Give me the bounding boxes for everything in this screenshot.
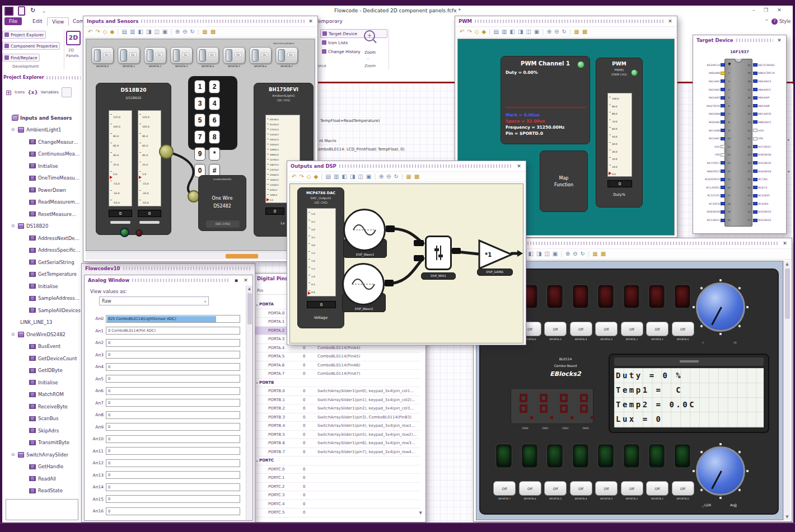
digital-pin-row[interactable]: PORTA.7 0 ComboBL0114(PinA7) xyxy=(255,370,420,379)
toolbar-icon[interactable]: ▣ xyxy=(162,29,167,35)
digital-pin-row[interactable]: PORTB.3 0 SwitchArraySlider1(pin3), Comb… xyxy=(255,413,420,422)
close-icon[interactable]: ✕ xyxy=(242,277,249,283)
tree-item[interactable]: OneTimeMeasurem... xyxy=(3,172,81,185)
toolbar-icon[interactable]: ◨ xyxy=(518,29,523,35)
toolbar-icon[interactable]: ◆ xyxy=(314,174,318,180)
keypad-key[interactable]: * xyxy=(209,147,220,161)
tree-item[interactable]: GetTemperature xyxy=(3,269,81,281)
canvas-scroll-up-icon[interactable]: ▴ xyxy=(788,169,790,173)
slide-switch[interactable]: On $PORTB.4 xyxy=(197,47,219,68)
toolbar-icon[interactable]: ◧ xyxy=(528,251,533,257)
close-icon[interactable]: ✕ xyxy=(516,163,522,169)
toolbar-icon[interactable]: ▥ xyxy=(502,29,507,35)
toolbar-icon[interactable]: | xyxy=(170,29,172,35)
ribbon-view-item[interactable]: Target Device xyxy=(320,29,387,38)
tab-edit[interactable]: Edit xyxy=(28,17,46,25)
zoom-icon[interactable]: + xyxy=(364,30,375,41)
variables-icon[interactable]: {x} xyxy=(27,90,38,95)
toolbar-icon[interactable]: ▩ xyxy=(414,174,419,180)
ribbon-find-replace-button[interactable]: Find/Replace xyxy=(2,54,40,62)
map-function-block[interactable]: Map Function xyxy=(540,150,588,212)
toolbar-icon[interactable]: ▤ xyxy=(122,29,127,35)
toolbar-icon[interactable]: ◇ xyxy=(307,174,311,180)
digital-pin-row[interactable]: PORTB.0 0 SwitchArraySlider1(pin0), keyp… xyxy=(255,387,420,396)
variables-button-label[interactable]: Variables xyxy=(41,90,59,95)
toggle-button[interactable]: Off xyxy=(493,481,516,496)
scrollbar-thumb[interactable] xyxy=(226,254,258,258)
tab-style[interactable]: Style xyxy=(779,19,791,24)
tree-item[interactable]: MatchROM xyxy=(3,389,81,401)
digital-pin-row[interactable]: PORTC.1 0 xyxy=(255,474,420,483)
switch-knob[interactable] xyxy=(94,49,101,62)
toolbar-icon[interactable]: ◫ xyxy=(544,251,549,257)
vertical-scrollbar[interactable]: ▲ ▼ xyxy=(783,261,791,520)
toolbar-icon[interactable]: | xyxy=(560,251,562,257)
window-titlebar[interactable]: PWM ✕ xyxy=(455,16,677,26)
board-switch[interactable]: Off $PORTA.5 xyxy=(544,322,567,341)
tree-item[interactable]: ScanBus xyxy=(3,413,81,425)
toolbar-icon[interactable]: ↻ xyxy=(394,174,398,180)
tree-item[interactable]: PowerDown xyxy=(3,184,81,196)
connection-node[interactable] xyxy=(159,144,174,159)
analog-value-field[interactable]: 0 xyxy=(106,411,240,419)
keypad-key[interactable]: 9 xyxy=(194,147,205,161)
analog-value-field[interactable]: 0 xyxy=(106,459,240,467)
board-switch[interactable]: Off $PORTB.3 xyxy=(595,481,618,500)
digital-pin-row[interactable]: PORTB.2 0 SwitchArraySlider1(pin2), keyp… xyxy=(255,404,420,413)
digital-pin-row[interactable]: PORTC.0 0 xyxy=(255,465,420,474)
dsp-canvas[interactable]: MCP47X6 DAC DAC_Output1 (I2C CH2) 5.0 4.… xyxy=(289,183,523,343)
restore-button[interactable]: ❐ xyxy=(761,7,770,13)
toggle-button[interactable]: Off xyxy=(544,322,567,336)
scrollbar-thumb[interactable] xyxy=(247,293,252,324)
toolbar-icon[interactable]: ▤ xyxy=(326,174,331,180)
tree-expander-icon[interactable]: ⊟ xyxy=(11,332,16,337)
pin-icon[interactable]: ▪ xyxy=(233,277,240,283)
window-titlebar[interactable]: Inputs and Sensors ✕ xyxy=(83,16,317,26)
digital-pin-row[interactable]: PORTB.1 0 SwitchArraySlider1(pin1), keyp… xyxy=(255,396,420,405)
toolbar-icon[interactable]: ▣ xyxy=(366,174,371,180)
toggle-button[interactable]: Off xyxy=(544,481,567,496)
digital-pin-row[interactable]: PORTA.6 0 ComboBL0114(PinA6) xyxy=(255,361,420,370)
toolbar-icon[interactable]: | xyxy=(198,29,199,35)
switch-knob[interactable] xyxy=(173,49,180,62)
toolbar-icon[interactable]: ◧ xyxy=(138,29,143,35)
slide-switch[interactable]: On $PORTB.2 xyxy=(144,47,166,68)
toolbar-icon[interactable]: ↶ xyxy=(292,174,296,180)
toolbar-icon[interactable]: ◨ xyxy=(350,174,355,180)
analog-value-field[interactable]: 0 xyxy=(106,435,240,443)
keypad-key[interactable]: 4 xyxy=(209,97,220,110)
board-switch[interactable]: Off $PORTB.6 xyxy=(519,481,541,500)
toolbar-icon[interactable]: ↻ xyxy=(562,29,566,35)
toolbar-icon[interactable]: ◧ xyxy=(342,174,347,180)
toolbar-icon[interactable]: ↶ xyxy=(88,29,92,35)
toolbar-icon[interactable]: ◆ xyxy=(481,29,486,35)
digital-pin-row[interactable]: PORTB.6 0 SwitchArraySlider1(pin6), keyp… xyxy=(255,439,420,448)
ribbon-zoom-minus[interactable]: - xyxy=(367,57,369,61)
window-titlebar[interactable]: Flowcodev10 xyxy=(82,263,255,274)
ribbon-view-item[interactable]: Icon Lists xyxy=(320,38,387,47)
ldr-knob[interactable] xyxy=(690,440,751,502)
group-expander-icon[interactable]: ▸ xyxy=(255,303,259,307)
close-button[interactable]: ✕ xyxy=(775,7,784,13)
slide-switch[interactable]: On $PORTB.1 xyxy=(118,47,140,68)
toggle-button[interactable]: Off xyxy=(570,322,592,336)
toolbar-icon[interactable]: ▦ xyxy=(406,174,411,180)
toolbar-icon[interactable]: ⊖ xyxy=(183,29,187,35)
analog-value-field[interactable]: 0 xyxy=(106,375,240,383)
toolbar-icon[interactable]: ◇ xyxy=(103,29,107,35)
tree-item[interactable]: ReceiveByte xyxy=(3,401,81,413)
analog-value-field[interactable]: 0 xyxy=(106,387,240,395)
analog-value-field[interactable]: 0 xyxy=(106,483,240,491)
slide-switch[interactable]: On $PORTB.6 xyxy=(249,47,272,68)
analog-value-field[interactable]: 0 xyxy=(106,423,240,431)
tree-expander-icon[interactable]: ⊟ xyxy=(11,128,16,132)
tree-item[interactable]: ContinuousMeasure... xyxy=(3,148,81,161)
board-switch[interactable]: Off $PORTB.5 xyxy=(544,481,567,500)
keypad-key[interactable]: 6 xyxy=(209,114,220,127)
vertical-scrollbar[interactable]: ▲ xyxy=(246,285,252,520)
dsp-wave1-block[interactable] xyxy=(343,209,386,251)
toolbar-icon[interactable]: ↷ xyxy=(467,29,471,35)
digital-pin-row[interactable]: PORTC.4 0 xyxy=(255,500,420,509)
digital-pin-row[interactable]: PORTA.5 0 ComboBL0114(PinA5) xyxy=(255,352,420,361)
close-icon[interactable]: ✕ xyxy=(776,37,783,43)
